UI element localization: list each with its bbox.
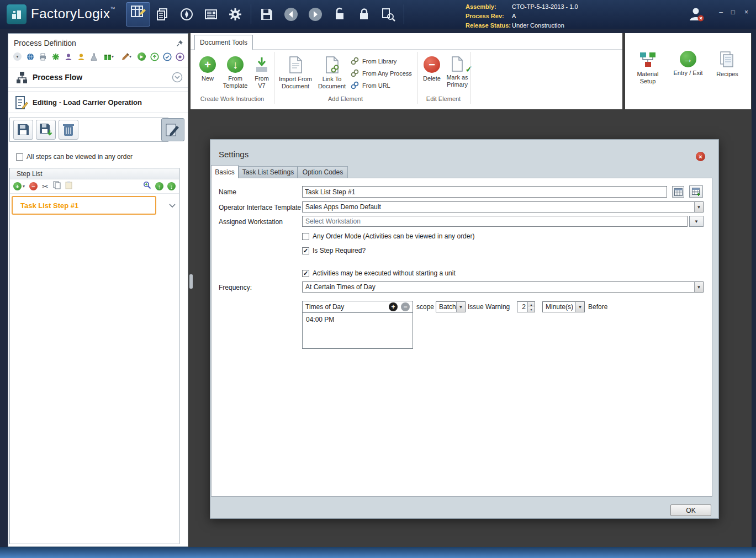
all-steps-any-order-checkbox[interactable]: All steps can be viewed in any order xyxy=(16,153,133,161)
any-order-mode-checkbox[interactable]: Any Order Mode (Activities can be viewed… xyxy=(302,232,474,240)
move-step-down-button[interactable]: ↓ xyxy=(167,182,176,190)
import-from-document-button[interactable]: Import From Document xyxy=(277,56,314,90)
splitter-handle[interactable] xyxy=(189,274,193,289)
tab-task-list-settings[interactable]: Task List Settings xyxy=(239,166,298,178)
remove-step-button[interactable]: − xyxy=(29,182,38,190)
record-button[interactable] xyxy=(175,52,184,61)
scope-select[interactable]: Batch ▼ xyxy=(436,301,466,312)
copy-button[interactable] xyxy=(53,181,61,192)
paste-button[interactable] xyxy=(65,181,72,192)
link-to-document-button[interactable]: Link To Document xyxy=(315,56,348,90)
tab-option-codes[interactable]: Option Codes xyxy=(298,166,348,178)
workstation-dropdown-button[interactable]: ▼ xyxy=(689,216,704,227)
step-list-item[interactable]: Task List Step #1 xyxy=(12,196,156,215)
import-process-button[interactable] xyxy=(36,120,56,140)
from-library-button[interactable]: From Library xyxy=(351,57,416,65)
cut-button[interactable]: ✂ xyxy=(42,182,49,191)
compass-button[interactable] xyxy=(175,2,199,26)
workstation-combo[interactable]: Select Workstation xyxy=(302,216,688,227)
delete-element-button[interactable]: − Delete xyxy=(420,56,444,82)
close-window-button[interactable]: × xyxy=(744,8,748,16)
checkbox-box[interactable] xyxy=(302,270,309,277)
delete-process-button[interactable] xyxy=(59,120,78,140)
lock-button[interactable] xyxy=(352,2,376,26)
dialog-close-button[interactable]: × xyxy=(696,152,705,161)
checkbox-box[interactable] xyxy=(16,153,23,161)
name-input[interactable] xyxy=(302,186,667,198)
zoom-step-button[interactable] xyxy=(143,181,151,192)
pin-icon xyxy=(176,40,183,47)
chevron-down-circle-icon xyxy=(172,72,183,83)
unlock-button[interactable] xyxy=(327,2,352,26)
warning-number-spinner[interactable]: 2 ▲▼ xyxy=(517,301,535,312)
frequency-select[interactable]: At Certain Times of Day ▼ xyxy=(302,281,704,293)
audit-search-button[interactable] xyxy=(376,2,400,26)
from-any-process-button[interactable]: From Any Process xyxy=(351,69,416,77)
is-step-required-checkbox[interactable]: Is Step Required? xyxy=(302,247,366,254)
process-definition-module-button[interactable] xyxy=(126,2,150,26)
add-time-button[interactable]: + xyxy=(389,302,398,311)
spinner-down-button[interactable]: ▼ xyxy=(528,307,535,312)
documents-button[interactable] xyxy=(150,2,175,26)
time-list-item[interactable]: 04:00 PM xyxy=(303,313,413,326)
edit-mode-button[interactable] xyxy=(161,118,184,141)
remove-time-button[interactable]: − xyxy=(401,302,410,311)
validate-button[interactable] xyxy=(162,52,172,61)
group-separator xyxy=(470,52,470,104)
editing-actions xyxy=(9,118,168,142)
release-package-button[interactable]: ▾ xyxy=(102,52,116,61)
ok-button[interactable]: OK xyxy=(670,504,711,516)
mark-as-primary-button[interactable]: ✓ Mark as Primary xyxy=(444,56,470,88)
from-template-button[interactable]: ↓ From Template xyxy=(220,56,250,89)
forward-button[interactable] xyxy=(303,2,327,26)
operator-button[interactable] xyxy=(64,52,73,61)
entry-exit-button[interactable]: → Entry / Exit xyxy=(668,51,708,77)
workstation-placeholder: Select Workstation xyxy=(303,216,687,226)
dropdown-arrow-icon[interactable]: ▼ xyxy=(456,302,465,312)
history-dropdown-button[interactable]: ▾ xyxy=(13,52,22,61)
checkbox-box[interactable] xyxy=(302,233,309,240)
user-button[interactable] xyxy=(688,6,705,25)
save-button[interactable] xyxy=(255,2,279,26)
pin-button[interactable] xyxy=(176,39,183,49)
activities-without-unit-checkbox[interactable]: Activities may be executed without start… xyxy=(302,269,456,277)
new-instruction-button[interactable]: + New xyxy=(195,56,220,82)
new-process-button[interactable] xyxy=(51,52,60,61)
news-button[interactable] xyxy=(199,2,223,26)
apply-name-grid-button[interactable] xyxy=(672,186,684,198)
test-button[interactable] xyxy=(89,52,98,61)
trainee-button[interactable] xyxy=(76,52,86,61)
assembly-label: Assembly: xyxy=(466,3,512,11)
material-setup-button[interactable]: Material Setup xyxy=(630,51,666,85)
back-button[interactable] xyxy=(279,2,303,26)
rename-all-grid-button[interactable] xyxy=(689,185,703,198)
save-process-button[interactable] xyxy=(13,120,33,140)
from-url-button[interactable]: From URL xyxy=(351,81,416,89)
style-brush-button[interactable]: ▾ xyxy=(119,52,134,61)
tab-basics[interactable]: Basics xyxy=(211,165,239,178)
dropdown-arrow-icon[interactable]: ▼ xyxy=(694,282,703,292)
add-step-button[interactable]: +▾ xyxy=(13,182,25,190)
from-v7-button[interactable]: From V7 xyxy=(250,56,273,89)
settings-gear-button[interactable] xyxy=(223,2,247,26)
warning-unit-select[interactable]: Minute(s) ▼ xyxy=(542,301,585,312)
step-expand-button[interactable] xyxy=(169,200,176,210)
move-step-up-button[interactable]: ↑ xyxy=(155,182,163,190)
recipes-button[interactable]: Recipes xyxy=(710,51,744,78)
caret-down-icon: ▾ xyxy=(112,54,114,59)
print-button[interactable] xyxy=(38,52,47,61)
template-select[interactable]: Sales Apps Demo Default ▼ xyxy=(302,201,704,212)
activate-button[interactable]: ▶ xyxy=(137,52,146,61)
dropdown-arrow-icon[interactable]: ▼ xyxy=(575,302,584,312)
spinner-up-button[interactable]: ▲ xyxy=(528,302,535,307)
sync-button[interactable] xyxy=(150,52,159,61)
collapse-button[interactable] xyxy=(172,72,183,85)
settings-dialog: Settings × Basics Task List Settings Opt… xyxy=(210,139,719,519)
burst-icon xyxy=(52,53,60,61)
maximize-button[interactable]: □ xyxy=(731,8,735,16)
minimize-button[interactable]: – xyxy=(719,8,723,16)
tab-document-tools[interactable]: Document Tools xyxy=(194,35,253,50)
checkbox-box[interactable] xyxy=(302,247,309,254)
web-link-button[interactable] xyxy=(25,52,35,61)
dropdown-arrow-icon[interactable]: ▼ xyxy=(694,202,703,212)
